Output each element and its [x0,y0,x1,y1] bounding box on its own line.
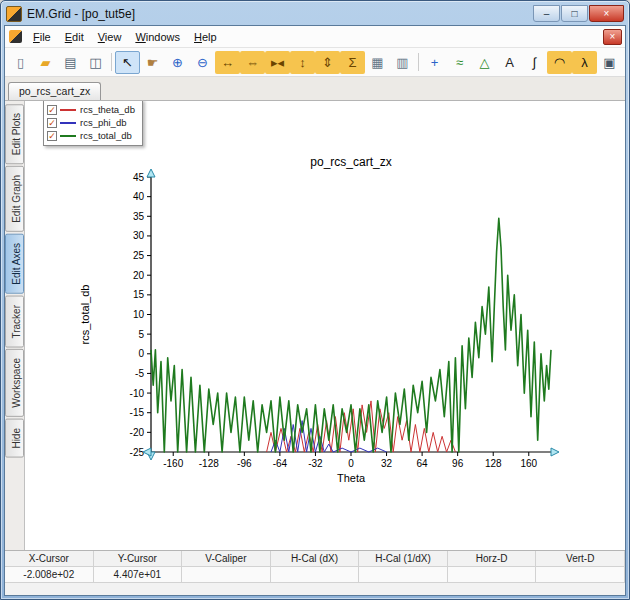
fit-height-icon: ↕ [299,56,306,69]
menu-edit[interactable]: Edit [58,29,91,45]
svg-text:10: 10 [133,309,145,320]
svg-text:30: 30 [133,230,145,241]
close-document-button[interactable]: × [603,29,622,45]
svg-text:-5: -5 [135,368,144,379]
zoom-out-button[interactable]: ⊖ [190,51,215,74]
math-operation-icon: λ [581,56,588,69]
status-value-horz-d [448,567,537,583]
peak-marker-icon: △ [480,56,490,69]
status-col-h-cal-1-dx: H-Cal (1/dX) [359,551,448,567]
add-text-button[interactable]: A [497,51,522,74]
add-cursor-icon: + [431,56,439,69]
titlebar[interactable]: EM.Grid - [po_tut5e] – □ × [4,1,626,25]
page-setup-button[interactable]: ◫ [83,51,108,74]
value-spinner-button[interactable]: ⇅ [622,51,625,74]
select-cursor-button[interactable]: ↖ [115,51,140,74]
side-tab-strip: Edit PlotsEdit GraphEdit AxesTrackerWork… [5,101,25,550]
fft-icon: ∫ [533,56,537,69]
legend-checkbox-rcs-total-db[interactable]: ✓ [47,131,57,141]
menu-windows[interactable]: Windows [128,29,187,45]
tab-po-rcs-cart-zx[interactable]: po_rcs_cart_zx [8,82,101,100]
menu-items: FileEditViewWindowsHelp [26,31,224,43]
status-col-v-caliper: V-Caliper [182,551,271,567]
status-col-h-cal-dx: H-Cal (dX) [271,551,360,567]
status-col-y-cursor: Y-Cursor [94,551,183,567]
window-function-button[interactable]: ◠ [547,51,572,74]
menu-view[interactable]: View [91,29,129,45]
show-checkboxes-icon: ▣ [603,56,615,69]
select-cursor-icon: ↖ [122,56,133,69]
fit-width-icon: ↔ [221,56,234,69]
axis-arrow [143,448,151,456]
legend-item-rcs-total-db: ✓rcs_total_db [47,129,135,142]
svg-text:25: 25 [133,250,145,261]
chart-title: po_rcs_cart_zx [310,155,391,169]
window-title: EM.Grid - [po_tut5e] [27,7,135,21]
menubar: FileEditViewWindowsHelp × [5,26,625,48]
compress-x-button[interactable]: ▸◂ [265,51,290,74]
zoom-out-icon: ⊖ [197,56,208,69]
autoscale-button[interactable]: Σ [340,51,365,74]
frame-toggle-button[interactable]: ▥ [390,51,415,74]
svg-text:20: 20 [133,270,145,281]
math-operation-button[interactable]: λ [572,51,597,74]
print-icon: ▤ [64,56,76,69]
plot-canvas[interactable]: ✓rcs_theta_db✓rcs_phi_db✓rcs_total_db po… [25,101,625,550]
side-tab-edit-plots[interactable]: Edit Plots [5,104,24,164]
expand-x-icon: ⇔ [246,56,259,69]
add-text-icon: A [505,56,514,69]
menu-help[interactable]: Help [187,29,224,45]
fit-width-button[interactable]: ↔ [215,51,240,74]
svg-text:-64: -64 [273,458,288,469]
status-value-x-cursor: -2.008e+02 [5,567,94,583]
show-checkboxes-button[interactable]: ▣ [597,51,622,74]
new-document-button[interactable]: ▯ [8,51,33,74]
zoom-in-button[interactable]: ⊕ [165,51,190,74]
menu-file[interactable]: File [26,29,58,45]
svg-text:32: 32 [381,458,393,469]
axis-arrow [147,169,155,177]
side-tab-workspace[interactable]: Workspace [5,349,24,417]
expand-x-button[interactable]: ⇔ [240,51,265,74]
side-tab-hide[interactable]: Hide [5,419,24,458]
svg-text:-32: -32 [308,458,323,469]
smooth-curve-button[interactable]: ≈ [447,51,472,74]
legend-checkbox-rcs-theta-db[interactable]: ✓ [47,105,57,115]
status-value-h-cal-1-dx [359,567,448,583]
svg-text:128: 128 [485,458,502,469]
svg-text:64: 64 [417,458,429,469]
grid-toggle-button[interactable]: ▦ [365,51,390,74]
legend-box: ✓rcs_theta_db✓rcs_phi_db✓rcs_total_db [43,101,143,146]
window-controls: – □ × [532,5,624,22]
open-file-icon: ▰ [41,56,51,69]
add-cursor-button[interactable]: + [422,51,447,74]
fit-height-button[interactable]: ↕ [290,51,315,74]
maximize-button[interactable]: □ [561,5,588,22]
legend-label: rcs_theta_db [80,104,135,115]
document-icon [9,30,22,43]
expand-y-icon: ⇕ [322,56,333,69]
autoscale-icon: Σ [348,56,356,69]
open-file-button[interactable]: ▰ [33,51,58,74]
page-setup-icon: ◫ [89,56,101,69]
expand-y-button[interactable]: ⇕ [315,51,340,74]
legend-checkbox-rcs-phi-db[interactable]: ✓ [47,118,57,128]
svg-text:-15: -15 [130,407,145,418]
svg-text:96: 96 [452,458,464,469]
side-tab-edit-axes[interactable]: Edit Axes [5,234,24,294]
peak-marker-button[interactable]: △ [472,51,497,74]
new-document-icon: ▯ [17,56,24,69]
fft-button[interactable]: ∫ [522,51,547,74]
print-button[interactable]: ▤ [58,51,83,74]
pan-hand-icon: ☛ [147,56,159,69]
side-tab-edit-graph[interactable]: Edit Graph [5,166,24,232]
close-button[interactable]: × [589,5,624,22]
side-tab-tracker[interactable]: Tracker [5,296,24,348]
legend-label: rcs_total_db [80,130,132,141]
svg-text:0: 0 [348,458,354,469]
y-axis-label: rcs_total_db [79,285,91,345]
minimize-button[interactable]: – [533,5,560,22]
status-bar: X-CursorY-CursorV-CaliperH-Cal (dX)H-Cal… [5,550,625,583]
tab-bar: po_rcs_cart_zx [5,77,625,101]
pan-hand-button[interactable]: ☛ [140,51,165,74]
